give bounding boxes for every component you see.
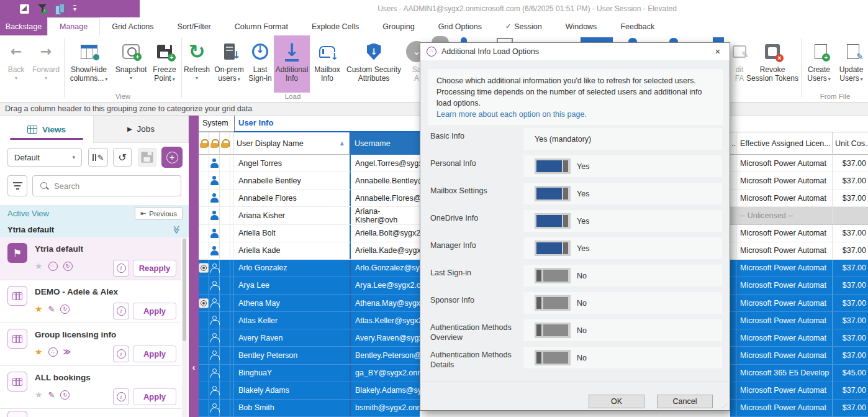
search-input[interactable] xyxy=(54,181,160,191)
freeze-point-button[interactable]: + Freeze Point▾ xyxy=(149,35,180,93)
mailbox-info-button[interactable]: ↓ Mailbox Info xyxy=(310,35,344,93)
tab-backstage[interactable]: Backstage xyxy=(0,17,47,35)
lock-column-header[interactable] xyxy=(199,132,209,155)
ok-button[interactable]: OK xyxy=(589,395,644,408)
band-user-info[interactable]: User Info xyxy=(238,118,273,127)
view-list-item[interactable]: Group licensing info★∴≫iApply xyxy=(0,323,181,366)
view-list-item[interactable]: DEMO - Adele & Alex★✎↻iApply xyxy=(0,280,181,323)
table-row[interactable]: Microsoft Power Automat$37.00 xyxy=(730,295,868,312)
table-row[interactable]: Arya LeeArya.Lee@sygx2.on xyxy=(199,277,420,295)
view-info-button[interactable]: i xyxy=(113,388,129,405)
view-set-select[interactable]: Default ▾ xyxy=(7,148,82,167)
star-icon[interactable]: ★ xyxy=(35,304,43,314)
tab-sort-filter[interactable]: Sort/Filter xyxy=(166,17,223,35)
table-row[interactable]: Microsoft Power Automat$37.00 xyxy=(730,225,868,242)
view-list-item[interactable]: ALL bookings★✎↻iApply xyxy=(0,366,181,409)
undo-view-button[interactable]: ↺ xyxy=(113,148,132,167)
table-row[interactable]: Microsoft Power Automat$37.00 xyxy=(730,172,868,190)
snapshot-button[interactable]: + Snapshot▾ xyxy=(113,35,149,93)
apply-view-button[interactable]: Apply xyxy=(133,303,176,319)
apply-view-button[interactable]: Apply xyxy=(133,388,176,405)
table-row[interactable]: BinghuaYga_BY@sygx2.onmi xyxy=(199,365,420,382)
tab-session[interactable]: ✓Session xyxy=(494,17,554,35)
tab-column-format[interactable]: Column Format xyxy=(223,17,300,35)
table-row[interactable]: Microsoft Power Automat$37.00 xyxy=(730,277,868,295)
table-row[interactable]: Microsoft Power Automat$37.00 xyxy=(730,242,868,260)
toggle-no-switch[interactable] xyxy=(535,323,571,338)
table-row[interactable]: Angel TorresAngel.Torres@sygx xyxy=(199,155,420,172)
toggle-yes-switch[interactable] xyxy=(535,158,571,174)
back-button[interactable]: ← Back▾ xyxy=(4,35,29,93)
collapse-chevrons-icon[interactable]: ≫ xyxy=(173,225,182,234)
table-row[interactable]: Annabelle BentleyAnnabelle.Bentley@ xyxy=(199,172,420,190)
toggle-yes-switch[interactable] xyxy=(535,186,571,201)
toggle-yes-switch[interactable] xyxy=(535,241,571,256)
on-prem-users-button[interactable]: ↓ On-prem users▾ xyxy=(212,35,246,93)
scrollbar-thumb[interactable] xyxy=(183,239,186,341)
last-sign-in-button[interactable]: ↓ Last Sign-in xyxy=(247,35,273,93)
column-header-user-display-name[interactable]: User Display Name ▲ xyxy=(232,132,350,155)
view-info-button[interactable]: i xyxy=(113,346,129,362)
tab-manage[interactable]: Manage xyxy=(47,17,100,35)
table-row[interactable]: Microsoft Power Automat$37.00 xyxy=(730,329,868,347)
qat-dropdown-icon[interactable]: ▾ xyxy=(73,5,76,12)
table-row[interactable]: Bentley PetersonBentley.Peterson@s xyxy=(199,347,420,364)
save-view-button[interactable] xyxy=(138,148,156,167)
columns-icon[interactable] xyxy=(55,4,65,14)
toggle-no-switch[interactable] xyxy=(535,295,571,311)
rename-view-button[interactable]: ✎ xyxy=(88,148,108,167)
toggle-no-switch[interactable] xyxy=(535,268,571,283)
additional-info-button[interactable]: ↓ Additional Info xyxy=(274,35,310,93)
table-row[interactable]: Ariana KisherAriana-Kisher@ovh xyxy=(199,207,420,224)
table-row[interactable]: Athena MayAthena.May@sygx2 xyxy=(199,295,420,312)
table-row[interactable]: Microsoft 365 E5 Develop$45.00 xyxy=(730,365,868,382)
tab-windows[interactable]: Windows xyxy=(554,17,609,35)
table-row[interactable]: Microsoft Power Automat$37.00 xyxy=(730,347,868,364)
refresh-button[interactable]: ↻ Refresh▾ xyxy=(183,35,210,93)
tab-explode-cells[interactable]: Explode Cells xyxy=(300,17,371,35)
reapply-view-button[interactable]: Reapply xyxy=(133,260,176,277)
truncated-column-header[interactable]: .. xyxy=(730,132,736,155)
apply-view-button[interactable]: Apply xyxy=(133,346,176,362)
filter-check-icon[interactable]: ✓ xyxy=(38,4,47,14)
table-row[interactable]: Microsoft Power Automat$37.00 xyxy=(730,400,868,417)
tab-jobs[interactable]: ▶ Jobs xyxy=(93,116,189,143)
update-users-button[interactable]: ✎ Update Users▾ xyxy=(836,35,867,93)
tab-grouping[interactable]: Grouping xyxy=(371,17,426,35)
filter-views-button[interactable] xyxy=(7,175,27,196)
table-row[interactable]: Arlo GonzalezArlo.Gonzalez@syg xyxy=(199,260,420,277)
table-row[interactable]: Bob Smithbsmith@sygx2.onm xyxy=(199,400,420,417)
view-info-button[interactable]: i xyxy=(113,303,129,319)
table-row[interactable]: Ariella BoltAriella.Bolt@sygx2. xyxy=(199,225,420,242)
tab-views[interactable]: Views xyxy=(0,116,93,143)
table-row[interactable]: Microsoft Power Automat$37.00 xyxy=(730,260,868,277)
panel-collapse-strip[interactable]: ‹ xyxy=(189,116,199,417)
view-list-scrollbar[interactable] xyxy=(182,237,187,417)
tab-grid-actions[interactable]: Grid Actions xyxy=(100,17,165,35)
previous-view-button[interactable]: ⇤ Previous xyxy=(135,207,183,220)
view-list-item[interactable]: ⚑Ytria default★∴↻iReapply xyxy=(0,237,181,280)
band-system[interactable]: System xyxy=(202,119,228,127)
toggle-no-switch[interactable] xyxy=(535,350,571,365)
table-row[interactable]: Microsoft Power Automat$37.00 xyxy=(730,382,868,400)
create-users-button[interactable]: + Create Users▾ xyxy=(803,35,834,93)
add-view-button[interactable]: + xyxy=(161,147,183,168)
learn-more-link[interactable]: Learn more about each option on this pag… xyxy=(436,110,587,119)
table-row[interactable]: Microsoft Power Automat$37.00 xyxy=(730,190,868,207)
column-header-unit-cost[interactable]: Unit Cos... xyxy=(833,132,868,155)
table-row[interactable]: Microsoft Power Automat$37.00 xyxy=(730,155,868,172)
toggle-yes-switch[interactable] xyxy=(535,213,571,229)
star-icon[interactable]: ★ xyxy=(35,390,43,400)
tab-grid-options[interactable]: Grid Options xyxy=(427,17,494,35)
show-hide-columns-button[interactable]: Show/Hide columns...▾ xyxy=(66,35,112,93)
lock-column-header[interactable] xyxy=(209,132,220,155)
forward-button[interactable]: → Forward▾ xyxy=(30,35,62,93)
table-row[interactable]: -- Unlicensed -- xyxy=(730,207,868,224)
resize-grip[interactable]: ⋰ xyxy=(721,403,728,409)
table-row[interactable]: Annabelle FloresAnnabelle.Flores@s xyxy=(199,190,420,207)
table-row[interactable]: Microsoft Power Automat$37.00 xyxy=(730,312,868,329)
close-icon[interactable]: × xyxy=(711,45,725,58)
column-header-username[interactable]: Username xyxy=(350,132,420,155)
tab-feedback[interactable]: Feedback xyxy=(608,17,666,35)
table-row[interactable]: Blakely AdamsBlakely.Adams@syg xyxy=(199,382,420,400)
